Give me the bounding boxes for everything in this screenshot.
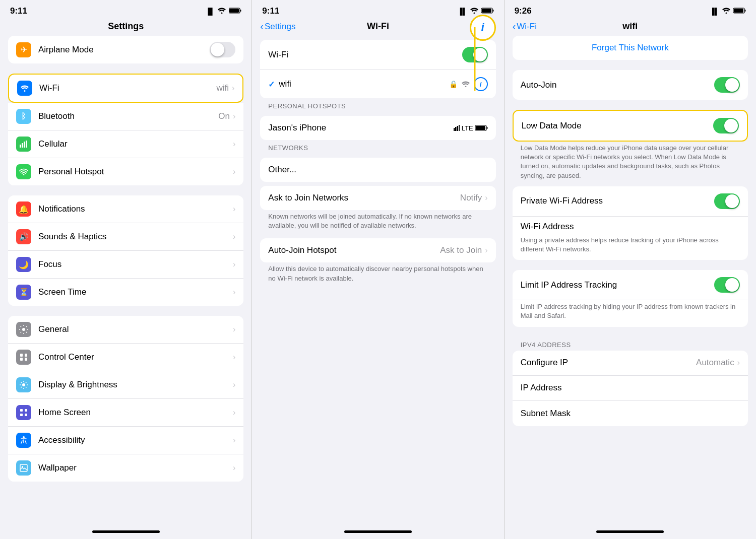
wifi-detail-scroll[interactable]: Forget This Network Auto-Join Low Data M…	[505, 36, 756, 526]
settings-row-bluetooth[interactable]: ᛒ Bluetooth On ›	[8, 103, 243, 130]
svg-rect-40	[459, 125, 460, 131]
auto-join-toggle[interactable]	[714, 77, 740, 93]
settings-row-wallpaper[interactable]: Wallpaper ›	[8, 454, 243, 482]
lte-label: LTE	[462, 124, 473, 132]
limit-ip-toggle[interactable]	[714, 277, 740, 293]
auto-join-detail-row[interactable]: Auto-Join	[513, 70, 748, 100]
svg-rect-38	[455, 127, 457, 131]
configure-ip-value: Automatic	[696, 358, 734, 368]
ipv4-section: Configure IP Automatic › IP Address Subn…	[513, 351, 748, 426]
svg-point-10	[22, 328, 25, 331]
auto-join-value-container: Ask to Join ›	[440, 245, 487, 255]
low-data-toggle[interactable]	[713, 118, 739, 133]
hotspot-signal-icons: LTE	[454, 124, 488, 132]
svg-rect-42	[476, 126, 485, 130]
home-indicator-2	[344, 530, 412, 533]
ask-join-value-row: Ask to Join Networks Notify ›	[268, 193, 487, 203]
home-indicator-1	[92, 530, 160, 533]
sounds-chevron: ›	[233, 232, 235, 241]
info-btn-container: i	[470, 15, 496, 41]
settings-row-general[interactable]: General ›	[8, 316, 243, 344]
settings-group-connectivity: ᛒ Bluetooth On › Cellular › Personal Hot…	[8, 103, 243, 185]
focus-label: Focus	[38, 259, 233, 270]
settings-row-home-screen[interactable]: Home Screen ›	[8, 399, 243, 427]
subnet-mask-label: Subnet Mask	[521, 409, 740, 419]
sounds-icon: 🔊	[16, 229, 31, 244]
wifi-address-desc: Using a private address helps reduce tra…	[513, 234, 748, 260]
status-time-3: 9:26	[515, 6, 532, 16]
hotspot-row[interactable]: Jason's iPhone LTE	[260, 116, 495, 140]
control-center-icon	[16, 350, 31, 365]
signal-icon-network	[462, 81, 470, 87]
auto-join-detail-label: Auto-Join	[521, 80, 714, 90]
settings-row-accessibility[interactable]: Accessibility ›	[8, 427, 243, 454]
airplane-mode-toggle[interactable]	[210, 42, 235, 57]
svg-point-4	[24, 90, 26, 92]
info-button-highlighted[interactable]: i	[470, 15, 496, 41]
svg-rect-14	[25, 354, 27, 357]
settings-row-focus[interactable]: 🌙 Focus ›	[8, 251, 243, 279]
display-brightness-icon	[16, 377, 31, 392]
auto-join-row[interactable]: Auto-Join Hotspot Ask to Join ›	[260, 238, 495, 262]
subnet-mask-row[interactable]: Subnet Mask	[513, 401, 748, 426]
settings-row-screen-time[interactable]: ⏳ Screen Time ›	[8, 279, 243, 306]
current-network-row[interactable]: ✓ wifi 🔒 i	[260, 70, 495, 98]
wifi-chevron: ›	[232, 84, 234, 93]
low-data-row-highlighted[interactable]: Low Data Mode	[513, 110, 748, 142]
wifi-main-row[interactable]: Wi-Fi	[260, 40, 495, 70]
svg-rect-27	[25, 414, 27, 416]
wifi-detail-back-btn[interactable]: ‹ Wi-Fi	[513, 21, 537, 32]
settings-row-control-center[interactable]: Control Center ›	[8, 344, 243, 371]
svg-point-9	[23, 174, 25, 176]
wifi-icon	[17, 81, 32, 96]
auto-join-chevron: ›	[485, 246, 487, 255]
forget-network-btn[interactable]: Forget This Network	[513, 36, 748, 60]
other-network-row[interactable]: Other...	[260, 158, 495, 182]
svg-rect-11	[20, 358, 23, 361]
settings-row-display-brightness[interactable]: Display & Brightness ›	[8, 371, 243, 399]
panel-wifi-detail: 9:26 ▐▌ ‹ Wi-Fi wifi Forget This Network…	[505, 0, 756, 539]
general-chevron: ›	[233, 325, 235, 334]
limit-ip-row[interactable]: Limit IP Address Tracking	[513, 270, 748, 300]
home-indicator-3	[596, 530, 664, 533]
wallpaper-icon	[16, 460, 31, 476]
settings-scroll[interactable]: ✈ Airplane Mode Wi-Fi wifi › ᛒ	[0, 36, 251, 526]
wallpaper-label: Wallpaper	[38, 463, 233, 473]
ip-address-row[interactable]: IP Address	[513, 376, 748, 401]
svg-rect-37	[454, 128, 455, 131]
panel-wifi: 9:11 ▐▌ ‹ Settings Wi-Fi i	[252, 0, 504, 539]
auto-join-desc: Allow this device to automatically disco…	[252, 262, 503, 287]
svg-rect-33	[482, 9, 491, 13]
network-icons: 🔒 i	[449, 77, 488, 91]
nav-bar-3: ‹ Wi-Fi wifi	[505, 19, 756, 36]
private-wifi-toggle[interactable]	[714, 193, 740, 209]
settings-row-airplane-mode[interactable]: ✈ Airplane Mode	[8, 36, 243, 63]
wifi-main-toggle[interactable]	[462, 47, 488, 62]
private-wifi-label: Private Wi-Fi Address	[521, 196, 714, 206]
wifi-status-icon	[218, 8, 226, 15]
svg-rect-5	[20, 145, 21, 148]
low-data-label: Low Data Mode	[522, 121, 713, 131]
private-wifi-row[interactable]: Private Wi-Fi Address	[513, 186, 748, 217]
settings-row-sounds[interactable]: 🔊 Sounds & Haptics ›	[8, 223, 243, 251]
ask-join-desc: Known networks will be joined automatica…	[252, 210, 503, 234]
settings-row-cellular[interactable]: Cellular ›	[8, 130, 243, 158]
notifications-chevron: ›	[233, 205, 235, 214]
wifi-back-btn[interactable]: ‹ Settings	[260, 21, 295, 32]
ask-join-row[interactable]: Ask to Join Networks Notify ›	[260, 186, 495, 210]
sounds-label: Sounds & Haptics	[38, 232, 233, 242]
settings-row-personal-hotspot[interactable]: Personal Hotspot ›	[8, 158, 243, 185]
status-bar-3: 9:26 ▐▌	[505, 0, 756, 19]
svg-rect-25	[25, 409, 27, 412]
bluetooth-chevron: ›	[233, 112, 235, 121]
configure-ip-row[interactable]: Configure IP Automatic ›	[513, 351, 748, 376]
network-info-btn[interactable]: i	[474, 77, 488, 91]
wifi-scroll[interactable]: Wi-Fi ✓ wifi 🔒 i PERSONAL HOTSPOTS	[252, 36, 503, 526]
auto-join-title: Auto-Join Hotspot	[268, 245, 336, 255]
wifi-row-highlighted[interactable]: Wi-Fi wifi ›	[8, 74, 243, 103]
home-screen-chevron: ›	[233, 408, 235, 417]
display-brightness-chevron: ›	[233, 380, 235, 389]
settings-row-notifications[interactable]: 🔔 Notifications ›	[8, 195, 243, 223]
focus-icon: 🌙	[16, 257, 31, 272]
airplane-mode-label: Airplane Mode	[38, 45, 210, 55]
